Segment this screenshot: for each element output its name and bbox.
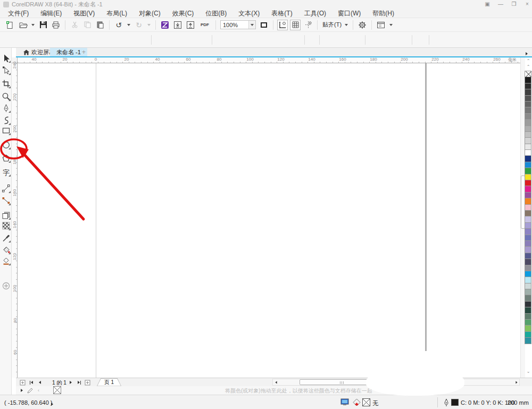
account-icon[interactable]: ▣ (481, 0, 493, 8)
menu-item-10[interactable]: 窗口(W) (332, 9, 367, 18)
h-ruler-label: 220 (427, 57, 443, 62)
menu-item-6[interactable]: 位图(B) (200, 9, 232, 18)
pen-tool[interactable] (1, 103, 11, 113)
transparency-tool[interactable] (1, 221, 11, 230)
page-right-edge (425, 63, 427, 351)
status-expand-icon[interactable] (51, 400, 53, 407)
page-count: 1 的 1 (52, 379, 66, 387)
show-rulers-icon[interactable] (277, 20, 288, 30)
polygon-tool[interactable] (1, 153, 11, 163)
text-tool[interactable]: 字 (1, 167, 11, 177)
snap-to-label[interactable]: 贴齐(T) (322, 21, 342, 29)
status-bar: ( -15.788, 60.640 ) 无 C: 0 M: 0 Y: 0 K: … (0, 395, 532, 409)
h-ruler-label: 40 (26, 57, 42, 62)
pick-tool[interactable] (1, 53, 11, 63)
outline-color-swatch (451, 399, 459, 406)
interactive-fill-tool[interactable] (1, 245, 11, 254)
zoom-tool[interactable] (1, 91, 11, 101)
tab-scroll-right-icon[interactable] (526, 49, 528, 57)
maximize-button[interactable]: ❐ (508, 0, 520, 8)
undo-icon[interactable]: ↺ (113, 20, 124, 30)
document-palette-no-color-swatch[interactable] (53, 386, 61, 394)
open-dropdown-icon[interactable] (30, 20, 36, 30)
rectangle-tool[interactable] (1, 126, 11, 135)
document-tab-bar: 欢迎屏幕 未命名 -1 + (16, 48, 532, 57)
palette-scroll-down-icon[interactable]: ⌄ (525, 369, 531, 374)
window-title: CorelDRAW X8 (64-Bit) - 未命名 -1 (12, 1, 103, 9)
menu-item-2[interactable]: 视图(V) (68, 9, 101, 18)
undo-dropdown-icon[interactable] (126, 20, 131, 30)
menu-item-3[interactable]: 布局(L) (101, 9, 133, 18)
h-ruler-label: 80 (211, 57, 227, 62)
last-page-icon[interactable] (76, 379, 82, 386)
paste-icon[interactable] (95, 20, 105, 30)
previous-page-icon[interactable] (36, 379, 43, 386)
guidelines-icon[interactable] (303, 20, 313, 30)
options-gear-icon[interactable] (357, 20, 368, 30)
copy-icon (82, 20, 93, 30)
no-fill-status-icon (362, 398, 370, 407)
palette-scroll-up-icon[interactable]: ⌃ (525, 59, 531, 63)
show-grid-icon[interactable] (290, 20, 301, 30)
dimension-tool[interactable] (1, 183, 11, 193)
drop-shadow-tool[interactable] (1, 210, 11, 220)
menu-item-7[interactable]: 文本(X) (232, 9, 265, 18)
print-icon[interactable] (51, 20, 61, 30)
zoom-dropdown-icon[interactable] (248, 21, 255, 29)
horizontal-ruler[interactable]: 4020020406080100120140160180200220240260 (18, 57, 520, 63)
snap-dropdown-icon[interactable] (344, 20, 349, 30)
page-tab[interactable]: 页 1 (97, 378, 121, 386)
freehand-tool[interactable] (1, 115, 11, 125)
color-proof-icon[interactable] (340, 398, 349, 407)
palette-no-color-swatch[interactable] (525, 71, 531, 77)
outline-width-status: .200 mm (506, 399, 529, 406)
drawing-canvas[interactable] (18, 63, 520, 378)
fill-status-icon[interactable] (353, 398, 361, 407)
hscroll-right-icon[interactable] (513, 379, 520, 386)
palette-color-swatch[interactable] (525, 337, 531, 344)
search-content-icon[interactable] (160, 20, 170, 30)
zoom-level-combo[interactable]: 100% (220, 20, 256, 29)
add-page-end-icon[interactable] (84, 379, 91, 386)
new-tab-button[interactable]: + (82, 48, 86, 56)
vertical-ruler[interactable]: 2402202001801601401201008060 (12, 63, 18, 378)
connector-tool[interactable] (1, 196, 11, 205)
palette-scroll-up2-icon[interactable]: ⌃ (525, 64, 531, 69)
import-icon[interactable] (172, 20, 183, 30)
menu-item-8[interactable]: 表格(T) (265, 9, 298, 18)
new-document-icon[interactable] (5, 20, 15, 30)
h-ruler-label: 20 (57, 57, 73, 62)
docpal-scroll-left-icon[interactable]: ‹ (35, 387, 42, 394)
minimize-button[interactable]: — (495, 0, 506, 8)
first-page-icon[interactable] (28, 379, 35, 386)
shape-tool[interactable] (1, 65, 11, 75)
open-icon[interactable] (18, 20, 28, 30)
eyedropper-tool[interactable] (1, 233, 11, 243)
publish-pdf-icon[interactable]: PDF (198, 20, 212, 30)
h-ruler-label: 100 (242, 57, 258, 62)
menu-item-1[interactable]: 编辑(E) (35, 9, 68, 18)
close-button[interactable]: × (521, 0, 532, 8)
save-icon[interactable] (38, 20, 48, 30)
edit-fill-tool[interactable] (1, 281, 11, 290)
menu-item-11[interactable]: 帮助(H) (367, 9, 400, 18)
next-page-icon[interactable] (67, 379, 74, 386)
menu-item-4[interactable]: 对象(C) (133, 9, 167, 18)
docpal-edit-icon[interactable] (27, 387, 34, 394)
dockers-icon[interactable] (376, 20, 386, 30)
hscroll-left-icon[interactable] (272, 379, 279, 386)
smart-fill-tool[interactable] (1, 256, 11, 265)
document-palette-hint: 将颜色(或对象)拖动至此处，以便将这些颜色与文档存储在一起 (225, 387, 372, 395)
zoom-level-value: 100% (221, 22, 248, 28)
menu-item-9[interactable]: 工具(O) (298, 9, 332, 18)
crop-tool[interactable] (1, 79, 11, 88)
export-icon[interactable] (185, 20, 196, 30)
dockers-dropdown-icon[interactable] (388, 20, 394, 30)
docpal-expand-icon[interactable] (18, 387, 25, 394)
ellipse-tool[interactable] (1, 140, 11, 149)
cursor-coordinates: ( -15.788, 60.640 ) (4, 399, 53, 406)
add-page-start-icon[interactable] (19, 379, 26, 386)
menu-item-0[interactable]: 文件(F) (2, 9, 35, 18)
menu-item-5[interactable]: 效果(C) (167, 9, 200, 18)
fullscreen-preview-icon[interactable] (259, 20, 269, 30)
